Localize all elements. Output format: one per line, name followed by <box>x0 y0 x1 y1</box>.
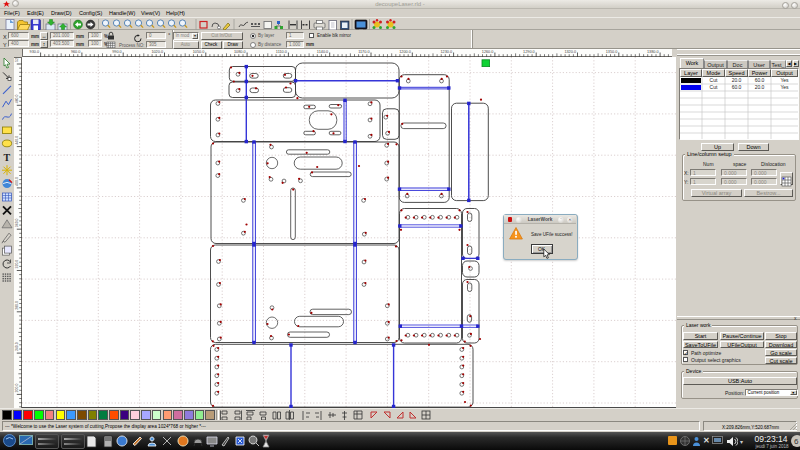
svg-text:1020.0: 1020.0 <box>151 50 163 54</box>
svg-text:960.0: 960.0 <box>71 50 81 54</box>
svg-text:6: 6 <box>794 437 799 446</box>
svg-text:1080.0: 1080.0 <box>234 50 246 54</box>
svg-text:1290.0: 1290.0 <box>523 50 535 54</box>
svg-text:1170.0: 1170.0 <box>358 50 369 54</box>
svg-text:240.0: 240.0 <box>15 342 19 351</box>
svg-text:1230.0: 1230.0 <box>440 50 452 54</box>
svg-text:930.0: 930.0 <box>30 50 40 54</box>
svg-text:400.0: 400.0 <box>15 177 19 186</box>
svg-text:1320.0: 1320.0 <box>564 50 576 54</box>
svg-text:1350.0: 1350.0 <box>606 50 618 54</box>
svg-text:520.0: 520.0 <box>15 58 19 62</box>
svg-text:1110.0: 1110.0 <box>276 50 287 54</box>
svg-text:990.0: 990.0 <box>112 50 122 54</box>
svg-text:480.0: 480.0 <box>15 94 19 103</box>
svg-text:1260.0: 1260.0 <box>482 50 494 54</box>
svg-text:1140.0: 1140.0 <box>317 50 328 54</box>
svg-text:320.0: 320.0 <box>15 260 19 269</box>
svg-text:200.0: 200.0 <box>15 384 19 393</box>
svg-text:1380.0: 1380.0 <box>647 50 659 54</box>
svg-text:1050.0: 1050.0 <box>193 50 205 54</box>
svg-text:T: T <box>4 152 11 163</box>
svg-text:280.0: 280.0 <box>15 301 19 310</box>
svg-text:360.0: 360.0 <box>15 218 19 227</box>
svg-text:1200.0: 1200.0 <box>399 50 411 54</box>
svg-text:440.0: 440.0 <box>15 136 19 145</box>
